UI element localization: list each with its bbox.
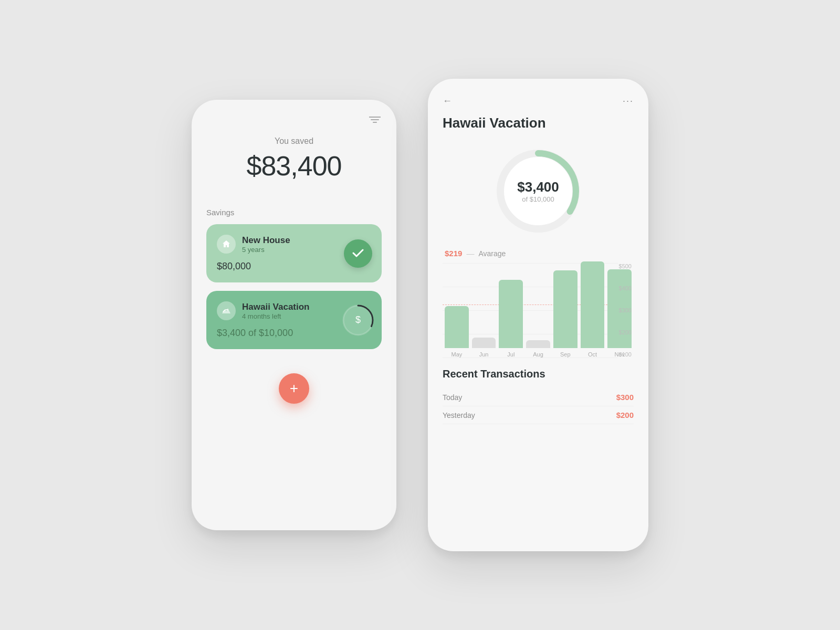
hawaii-page-title: Hawaii Vacation	[443, 115, 634, 131]
txn-date-yesterday: Yesterday	[443, 411, 475, 419]
scene: You saved $83,400 Savings New House 5 ye…	[0, 0, 840, 630]
txn-row-yesterday: Yesterday $200	[443, 406, 634, 424]
y-label-500: $500	[619, 263, 632, 269]
donut-center-text: $3,400 of $10,000	[517, 179, 559, 203]
hawaii-title: Hawaii Vacation	[242, 302, 310, 312]
bar-col-sep: Sep	[553, 270, 578, 358]
txn-date-today: Today	[443, 393, 462, 402]
right-phone-header: ← ···	[443, 96, 634, 107]
bar-label-may: May	[451, 351, 462, 358]
savings-card-hawaii[interactable]: Hawaii Vacation 4 months left $3,400 of …	[206, 291, 382, 349]
bar-chart-wrapper: May Jun Jul Aug	[443, 263, 634, 358]
transactions-title: Recent Transactions	[443, 368, 634, 380]
bar-label-nov: Nov	[614, 351, 625, 358]
savings-section-label: Savings	[206, 208, 234, 217]
avg-value: $219	[445, 249, 462, 258]
bar-label-aug: Aug	[533, 351, 543, 358]
you-saved-label: You saved	[275, 136, 313, 146]
hawaii-progress-ring[interactable]: $	[341, 303, 375, 338]
right-phone: ← ··· Hawaii Vacation $3,400 of $10,000	[428, 79, 648, 551]
bar-col-nov: Nov	[607, 269, 632, 358]
savings-card-new-house[interactable]: New House 5 years $80,000	[206, 224, 382, 282]
txn-amount-today: $300	[616, 393, 634, 402]
bar-jun	[472, 338, 496, 348]
bar-col-may: May	[445, 306, 469, 358]
avg-label: Avarage	[478, 249, 506, 258]
hawaii-subtitle: 4 months left	[242, 312, 310, 320]
back-button[interactable]: ←	[443, 96, 452, 107]
new-house-title: New House	[242, 235, 290, 246]
bar-col-aug: Aug	[526, 340, 550, 358]
avg-dash: —	[466, 249, 474, 258]
average-row: $219 — Avarage	[443, 249, 634, 258]
new-house-subtitle: 5 years	[242, 246, 290, 254]
bar-label-oct: Oct	[588, 351, 597, 358]
donut-chart: $3,400 of $10,000	[491, 144, 585, 238]
left-phone: You saved $83,400 Savings New House 5 ye…	[192, 100, 396, 530]
add-icon: +	[290, 380, 298, 397]
bar-col-jun: Jun	[472, 338, 496, 358]
add-button[interactable]: +	[279, 373, 309, 404]
more-button[interactable]: ···	[623, 96, 634, 107]
total-amount: $83,400	[247, 150, 342, 182]
bar-label-sep: Sep	[560, 351, 571, 358]
bar-may	[445, 306, 469, 348]
hawaii-icon	[217, 301, 236, 320]
svg-text:$: $	[355, 314, 361, 325]
bar-col-jul: Jul	[499, 280, 523, 358]
bar-chart: May Jun Jul Aug	[445, 263, 632, 358]
transactions-section: Recent Transactions Today $300 Yesterday…	[443, 358, 634, 424]
bar-col-oct: Oct	[581, 261, 605, 358]
bar-jul	[499, 280, 523, 348]
donut-of-label: of $10,000	[517, 195, 559, 203]
donut-chart-container: $3,400 of $10,000	[443, 144, 634, 238]
txn-row-today: Today $300	[443, 388, 634, 406]
donut-amount: $3,400	[517, 179, 559, 195]
bar-label-jun: Jun	[479, 351, 489, 358]
bar-label-jul: Jul	[507, 351, 514, 358]
bar-sep	[553, 270, 578, 348]
txn-amount-yesterday: $200	[616, 411, 634, 419]
filter-icon[interactable]	[369, 116, 381, 127]
new-house-check-button[interactable]	[344, 239, 372, 268]
bar-nov	[607, 269, 632, 348]
new-house-icon	[217, 235, 236, 254]
bar-oct	[581, 261, 605, 348]
bar-aug	[526, 340, 550, 348]
